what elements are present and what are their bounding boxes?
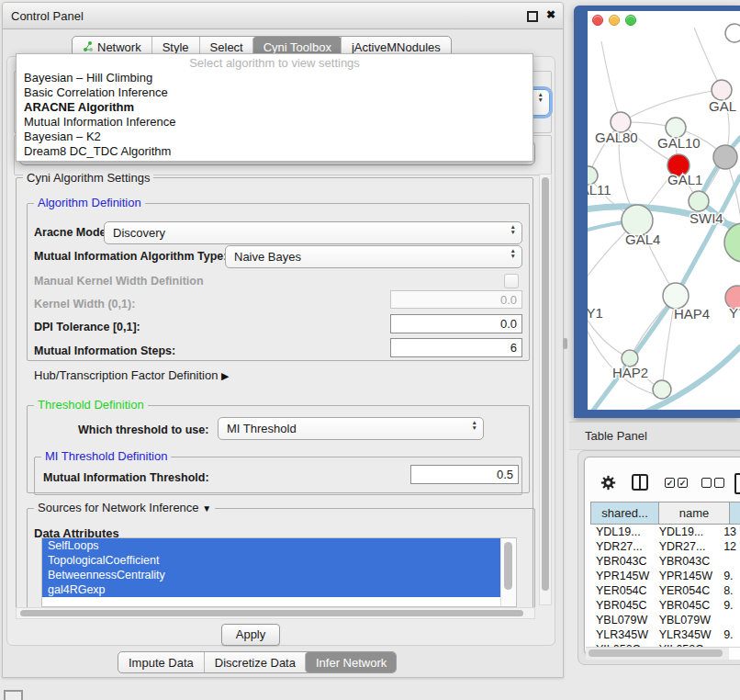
table-row[interactable]: YBR043CYBR043C <box>590 554 740 569</box>
network-node-swi4[interactable] <box>689 191 709 211</box>
attribute-item-selfloops[interactable]: SelfLoops <box>42 538 503 553</box>
column-header-shared-[interactable]: shared... <box>590 502 659 525</box>
popup-item-bayesian-k2[interactable]: Bayesian – K2 <box>17 130 533 144</box>
network-node-gal[interactable] <box>712 80 732 100</box>
tab-label: Impute Data <box>129 656 194 670</box>
unchecked-checkbox-icon[interactable] <box>714 478 724 488</box>
table-horizontal-scrollbar[interactable] <box>586 647 729 660</box>
table-cell: YBL079W <box>590 613 654 627</box>
column-header-col2[interactable] <box>730 502 740 525</box>
kernel-width-label: Kernel Width (0,1): <box>34 298 135 310</box>
settings-horizontal-scrollbar[interactable] <box>16 607 535 619</box>
tab-infer-network[interactable]: Infer Network <box>305 652 397 672</box>
table-row[interactable]: YBR045CYBR045C9. <box>590 598 740 613</box>
network-icon <box>83 41 94 52</box>
popup-hint: Select algorithm to view settings <box>17 54 533 71</box>
algorithm-definition-title: Algorithm Definition <box>34 197 145 209</box>
control-panel-titlebar: Control Panel ✖ <box>3 3 563 29</box>
kernel-width-field[interactable]: 0.0 <box>390 290 522 309</box>
unchecked-checkbox-icon[interactable] <box>701 478 712 488</box>
algorithm-dropdown-popup: Select algorithm to view settings Bayesi… <box>16 53 533 162</box>
mi-type-combobox[interactable]: Naive Bayes ▲▼ <box>225 245 522 268</box>
table-cell: YBL079W <box>654 613 718 627</box>
attribute-item-gal4rgexp[interactable]: gal4RGexp <box>42 582 503 597</box>
close-traffic-light[interactable] <box>592 15 603 26</box>
table-panel-title: Table Panel <box>585 429 647 443</box>
node-label-gal1: GAL1 <box>667 172 702 187</box>
data-attributes-list: SelfLoopsTopologicalCoefficientBetweenne… <box>41 537 517 607</box>
node-label-gal4: GAL4 <box>625 231 660 247</box>
close-window-icon[interactable]: ✖ <box>546 8 555 21</box>
mi-type-label: Mutual Information Algorithm Type: <box>34 250 227 263</box>
zoom-traffic-light[interactable] <box>625 15 636 26</box>
table-cell: 9. <box>718 569 740 583</box>
network-edge[interactable] <box>601 41 621 122</box>
attribute-item-topologicalcoefficient[interactable]: TopologicalCoefficient <box>42 553 503 568</box>
table-row[interactable]: YLR345WYLR345W9. <box>590 627 740 642</box>
popup-item-basic-correlation-inference[interactable]: Basic Correlation Inference <box>17 85 533 100</box>
table-row[interactable]: YER054CYER054C8. <box>590 583 740 598</box>
hub-definition-label: Hub/Transcription Factor Definition <box>34 368 218 382</box>
node-label-swi4: SWI4 <box>690 210 723 226</box>
attribute-item-betweennesscentrality[interactable]: BetweennessCentrality <box>42 568 503 582</box>
aracne-mode-combobox[interactable]: Discovery ▲▼ <box>104 221 522 244</box>
combo-stepper-icon: ▲▼ <box>538 92 544 102</box>
tab-label: Style <box>163 40 189 54</box>
settings-vertical-scrollbar[interactable] <box>539 174 552 605</box>
table-cell <box>718 554 740 569</box>
network-node[interactable] <box>724 223 740 262</box>
node-table-window: ✓ ✓ shared...name YDL19...YDL19...13YDR2… <box>584 457 740 655</box>
popup-item-bayesian-hill-climbing[interactable]: Bayesian – Hill Climbing <box>17 71 533 85</box>
node-label-y: Y <box>729 305 738 321</box>
network-edge[interactable] <box>621 90 722 122</box>
network-node[interactable] <box>725 24 740 42</box>
network-node[interactable] <box>653 380 671 399</box>
cyni-settings-title: Cyni Algorithm Settings <box>23 172 153 184</box>
minimize-traffic-light[interactable] <box>609 15 620 26</box>
tab-label: Discretize Data <box>215 656 296 670</box>
hub-definition-toggle[interactable]: Hub/Transcription Factor Definition ▶ <box>34 368 229 382</box>
table-cell: YBR045C <box>654 598 718 613</box>
float-window-icon[interactable] <box>527 11 538 22</box>
table-row[interactable]: YDR27...YDR27...12 <box>590 539 740 554</box>
mit-field[interactable]: 0.5 <box>410 465 519 484</box>
popup-item-dream8-dc-tdc-algorithm[interactable]: Dream8 DC_TDC Algorithm <box>17 144 533 159</box>
split-pane-handle[interactable] <box>563 338 567 349</box>
checked-checkbox-icon[interactable]: ✓ <box>678 478 688 488</box>
manual-kernel-checkbox[interactable] <box>504 274 519 288</box>
tab-discretize-data[interactable]: Discretize Data <box>204 652 306 672</box>
apply-button[interactable]: Apply <box>221 624 280 646</box>
combo-stepper-icon: ▲▼ <box>510 224 516 234</box>
mi-steps-label: Mutual Information Steps: <box>34 344 175 357</box>
popup-item-aracne-algorithm[interactable]: ARACNE Algorithm <box>17 100 533 115</box>
window-traffic-lights <box>592 15 636 26</box>
column-layout-icon[interactable] <box>632 474 648 491</box>
network-view-window: GALGAL80GAL10GAL1SWI4GAL11GAL4GCY1HAP4YH… <box>574 6 740 418</box>
mi-steps-field[interactable]: 6 <box>390 338 522 357</box>
network-node[interactable] <box>713 145 737 169</box>
checked-checkbox-icon[interactable]: ✓ <box>665 478 675 488</box>
dpi-tolerance-field[interactable]: 0.0 <box>390 314 522 333</box>
table-cell: YER054C <box>590 583 654 598</box>
list-scrollbar[interactable] <box>500 538 516 606</box>
sources-title-row[interactable]: Sources for Network Inference ▼ <box>34 502 215 514</box>
table-cell: YLR345W <box>590 627 654 642</box>
panel-title: Control Panel <box>11 9 84 23</box>
file-icon[interactable] <box>734 473 740 494</box>
table-row[interactable]: YPR145WYPR145W9. <box>590 569 740 583</box>
gear-icon[interactable] <box>600 475 616 491</box>
column-header-name[interactable]: name <box>659 502 730 525</box>
table-row[interactable]: YBL079WYBL079W <box>590 613 740 627</box>
table-body: YDL19...YDL19...13YDR27...YDR27...12YBR0… <box>590 525 740 647</box>
tab-impute-data[interactable]: Impute Data <box>118 652 204 672</box>
network-canvas[interactable]: GALGAL80GAL10GAL1SWI4GAL11GAL4GCY1HAP4YH… <box>588 11 740 410</box>
minimized-panel-icon[interactable] <box>4 690 23 700</box>
table-row[interactable]: YDL19...YDL19...13 <box>590 525 740 539</box>
which-threshold-combobox[interactable]: MI Threshold ▲▼ <box>218 417 484 440</box>
network-edge-highlighted[interactable] <box>638 347 740 410</box>
popup-item-mutual-information-inference[interactable]: Mutual Information Inference <box>17 115 533 130</box>
table-panel-container: ✓ ✓ shared...name YDL19...YDL19...13YDR2… <box>577 450 740 665</box>
node-label-gal11: GAL11 <box>588 182 611 198</box>
network-node-hap4[interactable] <box>663 283 689 309</box>
mi-threshold-title: MI Threshold Definition <box>41 450 171 462</box>
